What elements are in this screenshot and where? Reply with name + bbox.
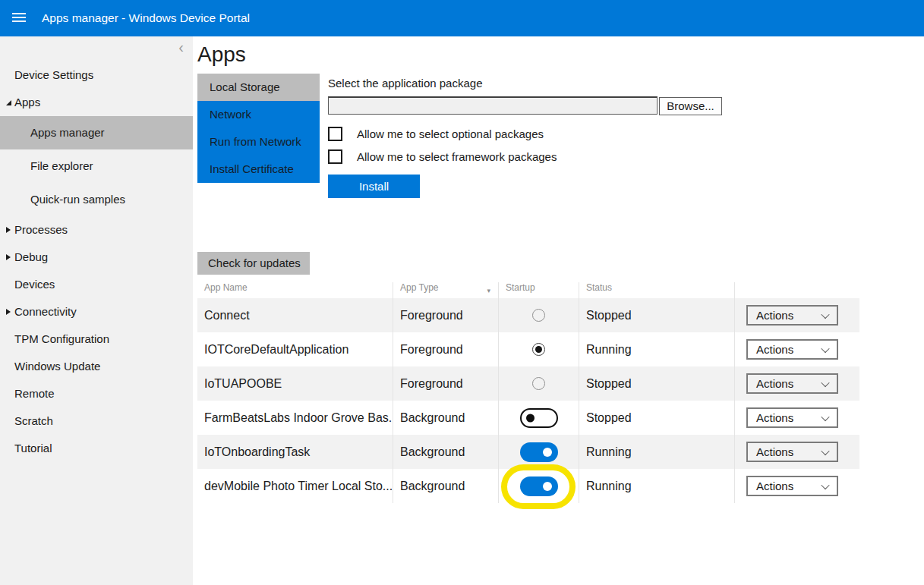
page-title: Apps	[197, 42, 246, 67]
sidebar-item-file-explorer[interactable]: File explorer	[0, 149, 193, 183]
sidebar-item-label: Device Settings	[14, 61, 93, 89]
tab-local-storage[interactable]: Local Storage	[197, 74, 320, 101]
main-content: Apps Local Storage Network Run from Netw…	[193, 36, 924, 585]
app-name-cell: IoTUAPOOBE	[197, 366, 393, 401]
sidebar-item-apps[interactable]: Apps	[0, 89, 193, 116]
app-type-cell: Background	[393, 401, 499, 435]
column-header-label: App Type	[400, 282, 438, 293]
actions-label: Actions	[756, 377, 793, 390]
status-cell: Running	[579, 332, 735, 366]
sidebar-item-label: File explorer	[30, 153, 93, 180]
sidebar-item-quick-run-samples[interactable]: Quick-run samples	[0, 183, 193, 216]
actions-dropdown[interactable]: Actions	[746, 476, 838, 496]
startup-radio-off[interactable]	[532, 377, 545, 390]
title-bar: Apps manager - Windows Device Portal	[0, 0, 924, 36]
framework-packages-checkbox[interactable]	[328, 149, 342, 164]
sidebar-item-device-settings[interactable]: Device Settings	[0, 61, 193, 89]
actions-label: Actions	[756, 343, 793, 356]
chevron-down-icon	[821, 446, 829, 454]
tab-network[interactable]: Network	[197, 101, 320, 128]
app-type-cell: Foreground	[393, 366, 499, 401]
app-name-cell: IoTOnboardingTask	[197, 435, 393, 469]
sidebar-item-label: Processes	[14, 216, 68, 244]
browse-button[interactable]: Browse...	[659, 97, 722, 115]
status-cell: Stopped	[579, 298, 735, 332]
actions-dropdown[interactable]: Actions	[746, 305, 838, 326]
actions-label: Actions	[756, 480, 793, 492]
actions-dropdown[interactable]: Actions	[746, 407, 838, 428]
sidebar: ‹ Device Settings Apps Apps manager File…	[0, 36, 193, 585]
hamburger-menu-icon[interactable]	[12, 13, 26, 24]
tab-run-from-network[interactable]: Run from Network	[197, 128, 320, 156]
sidebar-item-devices[interactable]: Devices	[0, 271, 193, 298]
sidebar-item-label: Tutorial	[14, 435, 52, 462]
column-header-app-name[interactable]: App Name	[197, 282, 393, 298]
install-button[interactable]: Install	[328, 175, 420, 198]
optional-packages-checkbox[interactable]	[328, 127, 342, 141]
package-label: Select the application package	[328, 77, 482, 90]
sidebar-item-label: Debug	[14, 244, 48, 271]
package-path-input[interactable]	[328, 96, 658, 115]
expanded-arrow-icon	[6, 100, 14, 105]
table-row: FarmBeatsLabs Indoor Grove Bas... Backgr…	[197, 401, 859, 435]
sidebar-item-label: Scratch	[14, 407, 53, 435]
column-header-status[interactable]: Status	[579, 282, 735, 298]
column-header-app-type[interactable]: App Type ▾	[393, 282, 499, 298]
sidebar-item-remote[interactable]: Remote	[0, 380, 193, 407]
chevron-down-icon	[821, 310, 829, 318]
app-type-cell: Foreground	[393, 298, 499, 332]
table-row: Connect Foreground Stopped Actions	[197, 298, 859, 332]
sidebar-item-label: Windows Update	[14, 353, 100, 380]
optional-packages-label: Allow me to select optional packages	[357, 127, 544, 140]
sidebar-item-scratch[interactable]: Scratch	[0, 407, 193, 435]
check-for-updates-button[interactable]: Check for updates	[197, 252, 310, 275]
optional-packages-row: Allow me to select optional packages	[328, 127, 544, 141]
startup-radio-on[interactable]	[532, 343, 545, 356]
table-row: IoTUAPOOBE Foreground Stopped Actions	[197, 366, 859, 401]
startup-toggle-off[interactable]	[520, 408, 558, 428]
startup-toggle-on-highlighted[interactable]	[520, 476, 558, 496]
app-type-cell: Foreground	[393, 332, 499, 366]
status-cell: Stopped	[579, 401, 735, 435]
table-row: devMobile Photo Timer Local Sto... Backg…	[197, 469, 859, 503]
actions-dropdown[interactable]: Actions	[746, 442, 838, 462]
table-header: App Name App Type ▾ Startup Status	[197, 282, 859, 298]
sidebar-item-label: Remote	[14, 380, 55, 407]
status-cell: Stopped	[579, 366, 735, 401]
sidebar-item-tutorial[interactable]: Tutorial	[0, 435, 193, 462]
status-cell: Running	[579, 469, 735, 503]
sidebar-item-connectivity[interactable]: Connectivity	[0, 298, 193, 326]
install-tab-list: Local Storage Network Run from Network I…	[197, 74, 320, 183]
actions-dropdown[interactable]: Actions	[746, 373, 838, 394]
app-name-cell: FarmBeatsLabs Indoor Grove Bas...	[197, 401, 393, 435]
startup-radio-off[interactable]	[532, 309, 545, 322]
app-type-cell: Background	[393, 435, 499, 469]
startup-toggle-on[interactable]	[520, 442, 558, 462]
app-name-cell: IOTCoreDefaultApplication	[197, 332, 393, 366]
sidebar-item-label: Quick-run samples	[30, 186, 125, 213]
collapsed-arrow-icon	[6, 254, 14, 260]
status-cell: Running	[579, 435, 735, 469]
column-header-startup[interactable]: Startup	[499, 282, 579, 298]
collapsed-arrow-icon	[6, 309, 14, 315]
sidebar-item-label: Connectivity	[14, 298, 77, 326]
sidebar-item-apps-manager[interactable]: Apps manager	[0, 116, 193, 149]
sidebar-item-windows-update[interactable]: Windows Update	[0, 353, 193, 380]
actions-dropdown[interactable]: Actions	[746, 339, 838, 360]
sidebar-item-label: TPM Configuration	[14, 326, 109, 353]
column-header-actions	[735, 282, 859, 298]
chevron-down-icon	[821, 378, 829, 386]
sidebar-item-debug[interactable]: Debug	[0, 244, 193, 271]
sidebar-item-tpm-configuration[interactable]: TPM Configuration	[0, 326, 193, 353]
app-name-cell: devMobile Photo Timer Local Sto...	[197, 469, 393, 503]
apps-table: App Name App Type ▾ Startup Status Conne…	[197, 282, 859, 503]
tab-install-certificate[interactable]: Install Certificate	[197, 156, 320, 183]
actions-label: Actions	[756, 309, 793, 322]
sidebar-collapse-icon[interactable]: ‹	[178, 38, 184, 56]
chevron-down-icon	[821, 480, 829, 489]
sort-descending-icon: ▾	[487, 287, 490, 294]
actions-label: Actions	[756, 411, 793, 424]
app-type-cell: Background	[393, 469, 499, 503]
sidebar-item-processes[interactable]: Processes	[0, 216, 193, 244]
table-row: IOTCoreDefaultApplication Foreground Run…	[197, 332, 859, 366]
